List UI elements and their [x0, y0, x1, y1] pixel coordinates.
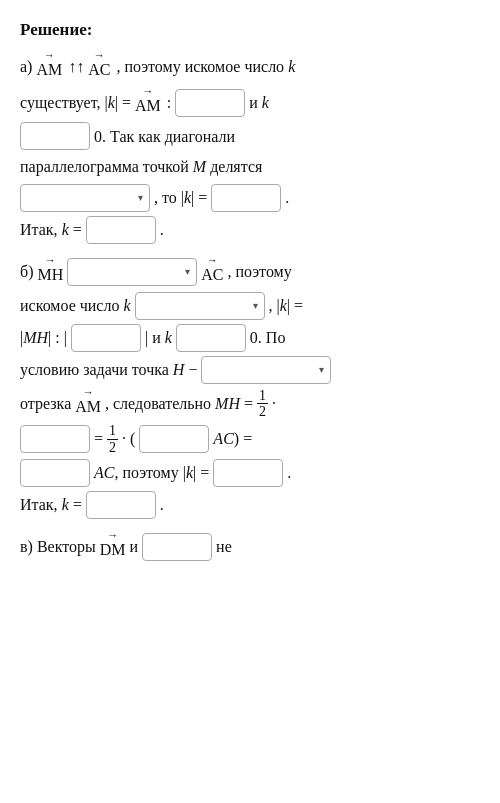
solution-title: Решение:	[20, 16, 480, 43]
section-a-line4: параллелограмма точкой M делятся	[20, 154, 480, 180]
text-dot2: .	[160, 217, 164, 243]
section-b-line4: условию задачи точка H − ▾	[20, 356, 480, 384]
text-not: не	[216, 534, 232, 560]
section-b-line7: AC, поэтому |k| = .	[20, 459, 480, 487]
vec-am-2: AM	[135, 87, 161, 119]
input-1[interactable]	[175, 89, 245, 117]
section-v-line1: в) Векторы DM и не	[20, 531, 480, 563]
text-and-k: и k	[249, 90, 269, 116]
chevron-down-icon: ▾	[138, 190, 143, 206]
solution-container: Решение: а) AM ↑↑ AC , поэтому искомое ч…	[20, 16, 480, 563]
vec-ac-1: AC	[88, 51, 110, 83]
section-b-line6: = 1 2 · ( AC) =	[20, 423, 480, 455]
select-1[interactable]: ▾	[20, 184, 150, 212]
text-ac-eq: AC) =	[213, 426, 252, 452]
section-b-line2: искомое число k ▾ , |k| =	[20, 292, 480, 320]
text-dot4: · (	[122, 426, 135, 452]
text-consequently: , следовательно MH =	[105, 391, 253, 417]
text-and-k2: | и k	[145, 325, 172, 351]
chevron-down-icon-3: ▾	[253, 298, 258, 314]
input-7[interactable]	[20, 425, 90, 453]
input-6[interactable]	[176, 324, 246, 352]
section-b-line3: |MH| : | | и k 0. По	[20, 324, 480, 352]
text-itogo-a: Итак, k =	[20, 217, 82, 243]
select-4[interactable]: ▾	[201, 356, 331, 384]
section-a-line6: Итак, k = .	[20, 216, 480, 244]
vec-mh-1: MH	[37, 256, 63, 288]
text-dot6: .	[160, 492, 164, 518]
input-5[interactable]	[71, 324, 141, 352]
text-zero-diagonal: 0. Так как диагонали	[94, 124, 235, 150]
text-ac-therefore: AC, поэтому |k| =	[94, 460, 209, 486]
section-b-line8: Итак, k = .	[20, 491, 480, 519]
input-10[interactable]	[213, 459, 283, 487]
text-k-number: искомое число k	[20, 293, 131, 319]
section-b: б) MH ▾ AC , поэтому искомое число k ▾ ,…	[20, 256, 480, 519]
select-2[interactable]: ▾	[67, 258, 197, 286]
text-zero-b: 0. По	[250, 325, 286, 351]
text-mh-abs: |MH| : |	[20, 325, 67, 351]
frac-half-2: 1 2	[107, 423, 118, 455]
section-a-line3: 0. Так как диагонали	[20, 122, 480, 150]
vec-am-3: AM	[75, 388, 101, 420]
frac-half: 1 2	[257, 388, 268, 420]
text-so-k: , то |k| =	[154, 185, 207, 211]
vec-ac-2: AC	[201, 256, 223, 288]
section-a-line1: а) AM ↑↑ AC , поэтому искомое число k	[20, 51, 480, 83]
text-parallelogram: параллелограмма точкой M делятся	[20, 154, 262, 180]
section-b-label: б)	[20, 259, 33, 285]
input-4[interactable]	[86, 216, 156, 244]
text-dot: .	[285, 185, 289, 211]
text-dot5: .	[287, 460, 291, 486]
input-12[interactable]	[142, 533, 212, 561]
text-and: и	[130, 534, 139, 560]
text-colon: :	[167, 90, 171, 116]
input-8[interactable]	[139, 425, 209, 453]
vec-dm: DM	[100, 531, 126, 563]
chevron-down-icon-4: ▾	[319, 362, 324, 378]
section-v: в) Векторы DM и не	[20, 531, 480, 563]
section-a-label: а)	[20, 54, 32, 80]
text-itogo-b: Итак, k =	[20, 492, 82, 518]
input-9[interactable]	[20, 459, 90, 487]
select-3[interactable]: ▾	[135, 292, 265, 320]
input-11[interactable]	[86, 491, 156, 519]
text-condition: условию задачи точка H −	[20, 357, 197, 383]
section-b-line1: б) MH ▾ AC , поэтому	[20, 256, 480, 288]
section-a-line5: ▾ , то |k| = .	[20, 184, 480, 212]
input-2[interactable]	[20, 122, 90, 150]
section-v-label: в)	[20, 534, 33, 560]
text-abs-k: , |k| =	[269, 293, 304, 319]
section-b-line5: отрезка AM , следовательно MH = 1 2 ·	[20, 388, 480, 420]
section-a: а) AM ↑↑ AC , поэтому искомое число k су…	[20, 51, 480, 244]
text-eq-frac: =	[94, 426, 103, 452]
text-vectors: Векторы	[37, 534, 96, 560]
vec-am-1: AM	[36, 51, 62, 83]
text-therefore: , поэтому искомое число k	[116, 54, 295, 80]
parallel-symbol: ↑↑	[68, 54, 84, 80]
chevron-down-icon-2: ▾	[185, 264, 190, 280]
text-dot3: ·	[272, 391, 276, 417]
text-segment: отрезка	[20, 391, 71, 417]
text-exists: существует, |k| =	[20, 90, 131, 116]
input-3[interactable]	[211, 184, 281, 212]
section-a-line2: существует, |k| = AM : и k	[20, 87, 480, 119]
text-therefore-b: , поэтому	[227, 259, 291, 285]
